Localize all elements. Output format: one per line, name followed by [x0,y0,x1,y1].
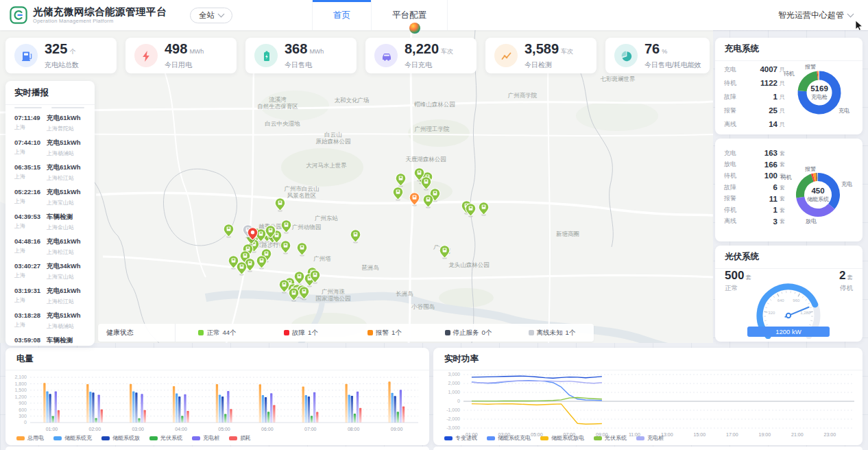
chevron-down-icon [847,11,854,18]
legend-swatch [149,436,158,440]
health-legend-item: 报警1个 [343,329,426,338]
svg-text:05:00: 05:00 [218,427,230,431]
broadcast-city: 上海 [14,148,47,156]
colorful-ball-icon [409,23,420,34]
station-marker-normal[interactable] [274,198,286,215]
broadcast-time: 05:22:16 [14,188,47,196]
charging-system-panel: 充电系统 充电4007只待机1122只故障1只报警25只离线14只 5169 充… [715,38,863,134]
broadcast-time: 04:48:16 [14,237,47,245]
realtime-broadcast-panel: 实时播报 07:11:49上海充电61kWh上海普陀站07:44:10上海充电5… [5,81,95,346]
tab-home[interactable]: 首页 [312,0,371,30]
legend-item[interactable]: 储能系统放 [101,434,140,442]
svg-text:17:00: 17:00 [726,432,738,436]
station-marker-normal[interactable] [278,279,290,296]
kpi-card-6: 76%今日售电/耗电能效 [605,38,710,73]
station-marker-normal[interactable] [465,203,477,220]
station-marker-normal[interactable] [422,194,434,211]
svg-text:2,000: 2,000 [448,381,460,386]
svg-text:01:00: 01:00 [46,427,58,431]
broadcast-time-col: 04:39:53上海 [14,213,47,231]
station-marker-alarm[interactable] [409,192,420,209]
broadcast-time-col: 07:11:49上海 [14,114,47,132]
legend-item[interactable]: 光伏系统 [594,434,627,442]
station-selector-value: 全站 [199,10,215,21]
legend-item[interactable]: 储能系统充电 [487,434,531,442]
trend-chart-icon [494,44,518,67]
broadcast-station: 上海宝山站 [47,199,86,206]
kpi-value: 325个 [45,42,79,58]
broadcast-station: 上海杨浦站 [47,150,86,157]
legend-item[interactable]: 充电桩 [192,434,219,442]
legend-item[interactable]: 专变进线 [444,434,477,442]
kpi-label: 今日用电 [165,60,204,70]
station-marker-normal[interactable] [296,242,308,259]
broadcast-event-col: 充电61kWh上海普陀站 [47,114,86,132]
pie-chart-icon [614,44,638,67]
chevron-down-icon [218,11,225,18]
stat-label: 离线 [724,217,743,226]
kpi-value: 3,589车次 [525,42,573,58]
app-logo-icon [10,6,27,24]
broadcast-event: 充电61kWh [47,237,86,246]
station-marker-normal[interactable] [413,167,425,185]
energy-chart-title: 电量 [5,348,429,370]
station-marker-fault[interactable] [247,227,258,244]
stat-unit: 套 [777,150,789,157]
kpi-card-4: 8,220车次今日充电 [365,38,477,73]
legend-item[interactable]: 光伏系统 [149,434,182,442]
stat-row: 故障6套 [724,182,789,193]
station-marker-normal[interactable] [256,255,267,272]
svg-text:2,100: 2,100 [14,375,27,379]
stat-value: 6 [743,183,777,191]
legend-item[interactable]: 储能系统充 [53,434,92,442]
health-count: 1个 [308,329,318,338]
station-marker-normal[interactable] [439,245,450,262]
health-name: 正常 [206,329,219,338]
stat-value: 100 [743,171,777,180]
broadcast-station: 上海松江站 [47,298,86,305]
broadcast-time-col: 04:48:16上海 [14,237,47,256]
legend-swatch [594,436,602,440]
stat-row: 离线3套 [724,216,789,228]
health-status-bar: 健康状态 正常44个故障1个报警1个停止服务0个离线未知1个 [98,324,594,342]
broadcast-event-col: 车辆检测上海金山站 [47,213,86,231]
svg-text:03:00: 03:00 [132,427,144,431]
user-menu[interactable]: 智光运营中心超管 [778,10,853,21]
legend-item[interactable]: 总用电 [16,434,44,442]
station-marker-normal[interactable] [298,286,310,303]
list-item: 04:39:53上海车辆检测上海金山站 [14,209,86,234]
status-dot [367,330,373,335]
station-marker-normal[interactable] [350,229,361,246]
kpi-value: 8,220车次 [405,42,453,58]
legend-swatch [444,436,453,440]
stat-value: 1 [743,93,777,101]
legend-item[interactable]: 充电桩 [636,434,664,442]
legend-item[interactable]: 储能系统放电 [540,434,584,442]
station-selector[interactable]: 全站 [190,8,232,23]
main-nav: 首页 平台配置 [312,0,448,30]
station-marker-normal[interactable] [236,261,248,279]
stat-row: 离线14只 [724,117,789,131]
station-marker-normal[interactable] [265,225,276,242]
broadcast-city: 上海 [14,247,47,254]
kpi-value: 498MWh [165,42,204,58]
next-row-card-stub [433,447,863,450]
station-marker-normal[interactable] [280,240,291,257]
station-marker-normal[interactable] [309,270,321,287]
legend-label: 储能系统放 [112,434,140,442]
station-map[interactable]: 流溪湾 自然生态保育区白云中央湿地太和文化广场白云山 原始森林公园大河马水上世界… [0,30,713,343]
station-marker-normal[interactable] [392,187,404,204]
svg-text:15:00: 15:00 [694,432,706,436]
stat-label: 充电 [724,149,743,158]
list-item: 03:40:27上海充电34kWh上海宝山站 [14,259,86,283]
legend-swatch [101,436,110,440]
list-item: 05:22:16上海充电51kWh上海宝山站 [14,185,86,209]
station-marker-normal[interactable] [478,202,490,219]
station-marker-normal[interactable] [223,224,234,241]
status-dot [529,330,534,335]
svg-text:320: 320 [768,311,775,315]
stat-value: 1 [743,206,777,214]
legend-item[interactable]: 损耗 [229,434,251,442]
broadcast-station: 上海宝山站 [47,273,86,281]
svg-text:1,800: 1,800 [14,381,27,386]
